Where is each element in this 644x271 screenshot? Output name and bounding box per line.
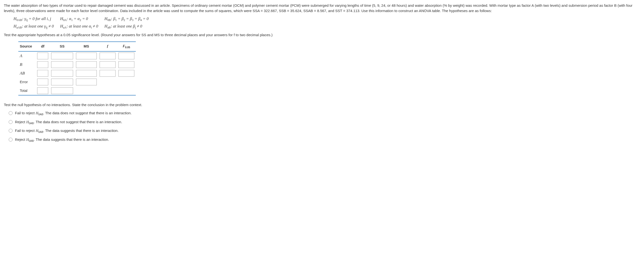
option-2[interactable]: Reject H0AB. The data does not suggest t… (9, 119, 640, 125)
a-ms-input[interactable] (76, 52, 97, 59)
option-1[interactable]: Fail to reject H0AB. The data does not s… (9, 110, 640, 116)
row-error-label: Error (18, 78, 36, 86)
mc-options: Fail to reject H0AB. The data does not s… (9, 110, 640, 143)
b-f-input[interactable] (100, 61, 116, 68)
hypotheses-block: H0AB: γij = 0 for all i, j HaAB: at leas… (14, 16, 640, 30)
b-ms-input[interactable] (76, 61, 97, 68)
option-4-text: Reject H0AB. The data suggests that ther… (15, 137, 109, 143)
haab: HaAB: at least one γij ≠ 0 (14, 24, 54, 30)
mc-question: Test the null hypothesis of no interacti… (4, 102, 640, 108)
ab-fcrit-input[interactable] (118, 70, 134, 77)
radio-icon[interactable] (9, 129, 12, 132)
a-fcrit-input[interactable] (118, 52, 134, 59)
tot-ss-input[interactable] (51, 87, 73, 94)
h0a: H0A: α1 = α2 = 0 (60, 16, 98, 22)
err-ss-input[interactable] (51, 78, 73, 85)
err-df-input[interactable] (37, 78, 48, 85)
option-1-text: Fail to reject H0AB. The data does not s… (15, 110, 132, 116)
th-ms: MS (74, 42, 98, 52)
th-fcrit: F0.05 (117, 42, 136, 52)
ab-df-input[interactable] (37, 70, 48, 77)
option-2-text: Reject H0AB. The data does not suggest t… (15, 119, 122, 125)
h0ab: H0AB: γij = 0 for all i, j (14, 16, 54, 22)
h0b: H0B: β1 = β2 = β3 = β4 = 0 (104, 16, 148, 22)
row-total-label: Total (18, 86, 36, 95)
th-f: f (98, 42, 117, 52)
haa: HaA: at least one αi ≠ 0 (60, 24, 98, 30)
a-ss-input[interactable] (51, 52, 73, 59)
b-ss-input[interactable] (51, 61, 73, 68)
option-4[interactable]: Reject H0AB. The data suggests that ther… (9, 137, 640, 143)
ab-ms-input[interactable] (76, 70, 97, 77)
instructions-text: Test the appropriate hypotheses at a 0.0… (4, 32, 640, 38)
radio-icon[interactable] (9, 111, 12, 115)
radio-icon[interactable] (9, 138, 12, 142)
row-b-label: B (18, 60, 36, 69)
row-a-label: A (18, 51, 36, 60)
a-f-input[interactable] (100, 52, 116, 59)
option-3[interactable]: Fail to reject H0AB. The data suggests t… (9, 128, 640, 134)
th-df: df (36, 42, 50, 52)
b-fcrit-input[interactable] (118, 61, 134, 68)
ab-f-input[interactable] (100, 70, 116, 77)
hab: HaB: at least one βj ≠ 0 (104, 24, 148, 30)
option-3-text: Fail to reject H0AB. The data suggests t… (15, 128, 119, 134)
th-source: Source (18, 42, 36, 52)
radio-icon[interactable] (9, 120, 12, 124)
question-text: The water absorption of two types of mor… (4, 3, 640, 14)
th-ss: SS (50, 42, 74, 52)
b-df-input[interactable] (37, 61, 48, 68)
err-ms-input[interactable] (76, 78, 97, 85)
anova-table: Source df SS MS f F0.05 A B AB Error (18, 42, 136, 96)
tot-df-input[interactable] (37, 87, 48, 94)
ab-ss-input[interactable] (51, 70, 73, 77)
row-ab-label: AB (18, 69, 36, 78)
a-df-input[interactable] (37, 52, 48, 59)
